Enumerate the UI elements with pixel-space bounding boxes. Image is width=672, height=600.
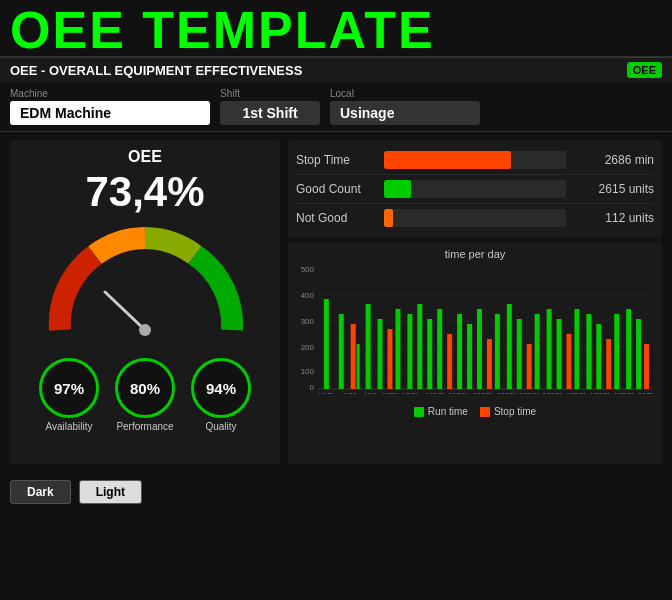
- svg-text:1/1/21: 1/1/21: [318, 392, 335, 394]
- svg-text:1/17/21: 1/17/21: [473, 392, 494, 394]
- svg-text:200: 200: [301, 343, 315, 352]
- svg-text:1/25/21: 1/25/21: [567, 392, 588, 394]
- svg-text:100: 100: [301, 367, 315, 376]
- run-time-legend-label: Run time: [428, 406, 468, 417]
- svg-text:1/13/21: 1/13/21: [448, 392, 469, 394]
- svg-rect-24: [427, 319, 432, 389]
- good-count-label: Good Count: [296, 182, 376, 196]
- svg-rect-44: [626, 309, 631, 389]
- stop-time-legend-label: Stop time: [494, 406, 536, 417]
- shift-control: Shift 1st Shift: [220, 88, 320, 125]
- svg-rect-30: [487, 339, 492, 389]
- gauge-svg: [40, 220, 250, 350]
- chart-panel: time per day 500 400 300 200 100 0: [288, 242, 662, 464]
- svg-text:400: 400: [301, 291, 315, 300]
- svg-rect-40: [586, 314, 591, 389]
- svg-rect-38: [566, 334, 571, 389]
- sub-header-text: OEE - OVERALL EQUIPMENT EFFECTIVENESS: [10, 63, 627, 78]
- svg-rect-41: [596, 324, 601, 389]
- not-good-row: Not Good 112 units: [296, 204, 654, 232]
- svg-rect-17: [357, 344, 360, 389]
- svg-point-1: [139, 324, 151, 336]
- sub-header: OEE - OVERALL EQUIPMENT EFFECTIVENESS OE…: [0, 56, 672, 82]
- performance-circle: 80%: [115, 358, 175, 418]
- shift-value[interactable]: 1st Shift: [220, 101, 320, 125]
- svg-text:1/21/21: 1/21/21: [520, 392, 541, 394]
- svg-rect-20: [387, 329, 392, 389]
- footer: Dark Light: [0, 472, 672, 512]
- good-count-bar: [384, 180, 411, 198]
- main-content: OEE 73,4%: [0, 132, 672, 472]
- quality-metric: 94% Quality: [191, 358, 251, 432]
- svg-rect-14: [324, 299, 329, 389]
- stop-time-legend: Stop time: [480, 406, 536, 417]
- app-title: OEE TEMPLATE: [10, 4, 662, 56]
- local-value[interactable]: Usinage: [330, 101, 480, 125]
- metric-bars: Stop Time 2686 min Good Count 2615 units…: [288, 140, 662, 238]
- dark-button[interactable]: Dark: [10, 480, 71, 504]
- svg-rect-26: [447, 334, 452, 389]
- svg-text:0: 0: [309, 383, 314, 392]
- performance-metric: 80% Performance: [115, 358, 175, 432]
- svg-rect-37: [557, 319, 562, 389]
- machine-value[interactable]: EDM Machine: [10, 101, 210, 125]
- machine-label: Machine: [10, 88, 210, 99]
- svg-rect-22: [407, 314, 412, 389]
- svg-rect-42: [606, 339, 611, 389]
- stop-time-row: Stop Time 2686 min: [296, 146, 654, 175]
- svg-text:1/11/21: 1/11/21: [425, 392, 446, 394]
- svg-text:500: 500: [301, 265, 315, 274]
- run-time-legend: Run time: [414, 406, 468, 417]
- stop-time-dot: [480, 407, 490, 417]
- svg-text:1/5/1: 1/5/1: [364, 392, 378, 394]
- svg-text:1/7/21: 1/7/21: [382, 392, 399, 394]
- header: OEE TEMPLATE: [0, 0, 672, 56]
- svg-rect-27: [457, 314, 462, 389]
- svg-rect-35: [535, 314, 540, 389]
- stop-time-bar: [384, 151, 511, 169]
- svg-text:300: 300: [301, 317, 315, 326]
- chart-svg: 500 400 300 200 100 0: [296, 264, 654, 394]
- oee-panel: OEE 73,4%: [10, 140, 280, 464]
- svg-text:1/19/21: 1/19/21: [497, 392, 518, 394]
- metric-circles: 97% Availability 80% Performance 94% Qua…: [39, 358, 251, 432]
- svg-rect-39: [574, 309, 579, 389]
- right-panel: Stop Time 2686 min Good Count 2615 units…: [288, 140, 662, 464]
- svg-text:3/1/21: 3/1/21: [638, 392, 654, 394]
- local-control: Local Usinage: [330, 88, 480, 125]
- stop-time-label: Stop Time: [296, 153, 376, 167]
- svg-rect-33: [517, 319, 522, 389]
- quality-label: Quality: [205, 421, 236, 432]
- svg-rect-15: [339, 314, 344, 389]
- not-good-bar-container: [384, 209, 566, 227]
- good-count-row: Good Count 2615 units: [296, 175, 654, 204]
- svg-text:1/3/1: 1/3/1: [344, 392, 358, 394]
- svg-rect-23: [417, 304, 422, 389]
- run-time-dot: [414, 407, 424, 417]
- light-button[interactable]: Light: [79, 480, 142, 504]
- svg-rect-18: [366, 304, 371, 389]
- not-good-label: Not Good: [296, 211, 376, 225]
- good-count-value: 2615 units: [574, 182, 654, 196]
- stop-time-value: 2686 min: [574, 153, 654, 167]
- oee-panel-label: OEE: [128, 148, 162, 166]
- machine-control: Machine EDM Machine: [10, 88, 210, 125]
- svg-line-0: [105, 292, 145, 330]
- availability-circle: 97%: [39, 358, 99, 418]
- svg-rect-31: [495, 314, 500, 389]
- local-label: Local: [330, 88, 480, 99]
- shift-label: Shift: [220, 88, 320, 99]
- svg-rect-45: [636, 319, 641, 389]
- quality-circle: 94%: [191, 358, 251, 418]
- not-good-bar: [384, 209, 393, 227]
- svg-rect-32: [507, 304, 512, 389]
- svg-rect-19: [378, 319, 383, 389]
- svg-rect-28: [467, 324, 472, 389]
- svg-text:1/23/21: 1/23/21: [543, 392, 564, 394]
- chart-title: time per day: [296, 248, 654, 260]
- controls-row: Machine EDM Machine Shift 1st Shift Loca…: [0, 82, 672, 132]
- svg-rect-16: [351, 324, 356, 389]
- svg-rect-29: [477, 309, 482, 389]
- good-count-bar-container: [384, 180, 566, 198]
- svg-rect-43: [614, 314, 619, 389]
